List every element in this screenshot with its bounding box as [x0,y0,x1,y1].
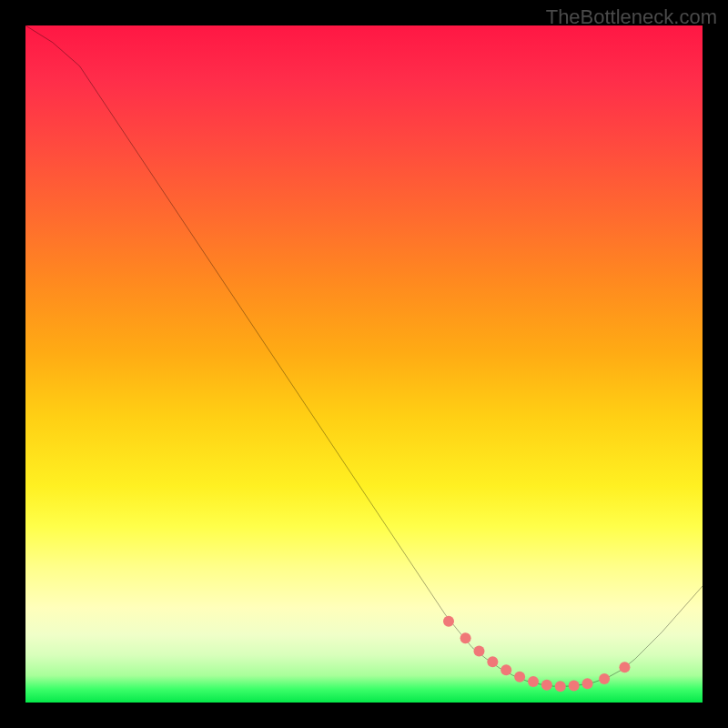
watermark-text: TheBottleneck.com [546,5,717,29]
chart-marker [619,662,630,672]
chart-marker [599,673,610,684]
chart-marker [487,656,498,667]
chart-marker [528,676,539,687]
chart-marker [569,680,580,691]
chart-svg-layer [25,25,703,703]
chart-marker [555,681,566,692]
chart-marker [443,616,454,627]
chart-marker [500,664,511,675]
chart-markers [443,616,630,692]
chart-marker [582,678,593,689]
chart-marker [473,645,484,656]
chart-marker [460,632,471,643]
chart-curve [25,25,703,686]
chart-marker [541,680,552,691]
chart-plot-area [25,25,703,703]
chart-marker [514,672,525,682]
